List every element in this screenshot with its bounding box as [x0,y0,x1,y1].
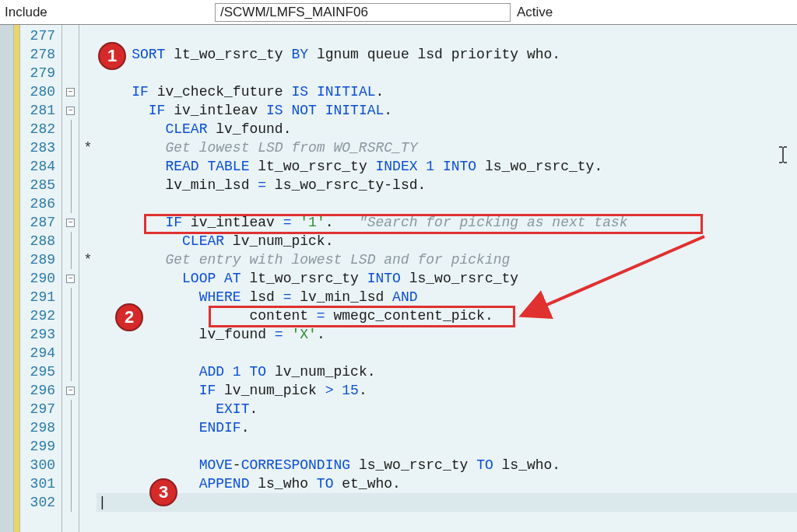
fold-cell[interactable] [62,157,79,176]
fold-cell[interactable] [62,288,79,306]
comment-marker [79,120,97,138]
header-bar: Include Active [0,0,797,25]
code-line[interactable] [97,344,797,362]
line-number[interactable]: 283 [20,138,61,157]
code-line[interactable]: ADD 1 TO lv_num_pick. [97,362,797,381]
fold-cell[interactable] [62,120,79,138]
line-number[interactable]: 285 [20,176,61,194]
fold-cell[interactable] [62,194,79,213]
text-cursor-icon [777,145,789,164]
line-number[interactable]: 279 [20,64,61,82]
fold-cell[interactable] [62,45,79,64]
fold-collapse-icon[interactable]: − [66,387,75,395]
fold-cell[interactable] [62,362,79,381]
line-number[interactable]: 291 [20,288,61,306]
fold-cell[interactable] [62,437,79,456]
line-number[interactable]: 290 [20,269,61,288]
line-number[interactable]: 301 [20,474,61,493]
code-line[interactable]: content = wmegc_content_pick. [97,306,797,325]
fold-cell[interactable]: − [62,82,79,101]
code-line[interactable] [97,437,797,456]
line-number[interactable]: 284 [20,157,61,176]
code-line[interactable]: IF iv_check_future IS INITIAL. [97,82,797,101]
fold-cell[interactable] [62,474,79,493]
line-number[interactable]: 286 [20,194,61,213]
line-number[interactable]: 292 [20,306,61,325]
code-line[interactable] [97,26,797,45]
annotation-badge-1: 1 [98,42,126,70]
code-line[interactable]: MOVE-CORRESPONDING ls_wo_rsrc_ty TO ls_w… [97,456,797,474]
fold-cell[interactable]: − [62,101,79,120]
line-number[interactable]: 289 [20,250,61,269]
comment-marker [79,213,97,232]
code-line[interactable]: LOOP AT lt_wo_rsrc_ty INTO ls_wo_rsrc_ty [97,269,797,288]
line-number[interactable]: 277 [20,26,61,45]
code-line[interactable] [97,64,797,82]
fold-column[interactable]: −−−−− [62,25,79,532]
line-number[interactable]: 299 [20,437,61,456]
line-number[interactable]: 288 [20,232,61,250]
comment-marker [79,232,97,250]
fold-collapse-icon[interactable]: − [66,275,75,283]
code-line[interactable]: READ TABLE lt_wo_rsrc_ty INDEX 1 INTO ls… [97,157,797,176]
code-line[interactable]: IF iv_intleav IS NOT INITIAL. [97,101,797,120]
code-line[interactable]: EXIT. [97,400,797,418]
line-number[interactable]: 278 [20,45,61,64]
fold-cell[interactable] [62,493,79,512]
fold-cell[interactable] [62,418,79,437]
fold-cell[interactable] [62,232,79,250]
line-number[interactable]: 300 [20,456,61,474]
line-number[interactable]: 280 [20,82,61,101]
line-number[interactable]: 287 [20,213,61,232]
code-line[interactable]: SORT lt_wo_rsrc_ty BY lgnum queue lsd pr… [97,45,797,64]
fold-cell[interactable] [62,325,79,344]
code-area[interactable]: SORT lt_wo_rsrc_ty BY lgnum queue lsd pr… [97,25,797,532]
fold-cell[interactable] [62,400,79,418]
comment-marker [79,306,97,325]
code-line[interactable]: APPEND ls_who TO et_who. [97,474,797,493]
fold-cell[interactable] [62,250,79,269]
code-line[interactable]: ENDIF. [97,418,797,437]
fold-cell[interactable] [62,64,79,82]
code-line[interactable]: IF lv_num_pick > 15. [97,381,797,400]
code-line[interactable]: CLEAR lv_found. [97,120,797,138]
line-number[interactable]: 294 [20,344,61,362]
line-number[interactable]: 282 [20,120,61,138]
fold-collapse-icon[interactable]: − [66,88,75,96]
line-number[interactable]: 295 [20,362,61,381]
code-line[interactable]: | [97,493,797,512]
comment-marker [79,456,97,474]
line-number[interactable]: 297 [20,400,61,418]
code-editor[interactable]: 2772782792802812822832842852862872882892… [0,25,797,532]
fold-cell[interactable]: − [62,213,79,232]
code-line[interactable]: lv_found = 'X'. [97,325,797,344]
fold-cell[interactable] [62,344,79,362]
fold-collapse-icon[interactable]: − [66,107,75,115]
comment-marker [79,437,97,456]
code-line[interactable]: IF iv_intleav = '1'. "Search for picking… [97,213,797,232]
code-line[interactable] [97,194,797,213]
comment-marker [79,157,97,176]
code-line[interactable]: lv_min_lsd = ls_wo_rsrc_ty-lsd. [97,176,797,194]
line-number[interactable]: 281 [20,101,61,120]
fold-cell[interactable]: − [62,269,79,288]
fold-cell[interactable] [62,176,79,194]
fold-cell[interactable] [62,456,79,474]
comment-marker [79,325,97,344]
fold-cell[interactable] [62,138,79,157]
comment-marker [79,418,97,437]
line-number[interactable]: 298 [20,418,61,437]
code-line[interactable]: Get lowest LSD from WO_RSRC_TY [97,138,797,157]
include-path-input[interactable] [215,3,511,22]
code-line[interactable]: WHERE lsd = lv_min_lsd AND [97,288,797,306]
fold-collapse-icon[interactable]: − [66,219,75,227]
line-number[interactable]: 302 [20,493,61,512]
line-number[interactable]: 296 [20,381,61,400]
line-number[interactable]: 293 [20,325,61,344]
line-number-gutter[interactable]: 2772782792802812822832842852862872882892… [20,25,62,532]
fold-cell[interactable] [62,306,79,325]
code-line[interactable]: CLEAR lv_num_pick. [97,232,797,250]
code-line[interactable]: Get entry with lowest LSD and for pickin… [97,250,797,269]
fold-cell[interactable]: − [62,381,79,400]
fold-cell[interactable] [62,26,79,45]
